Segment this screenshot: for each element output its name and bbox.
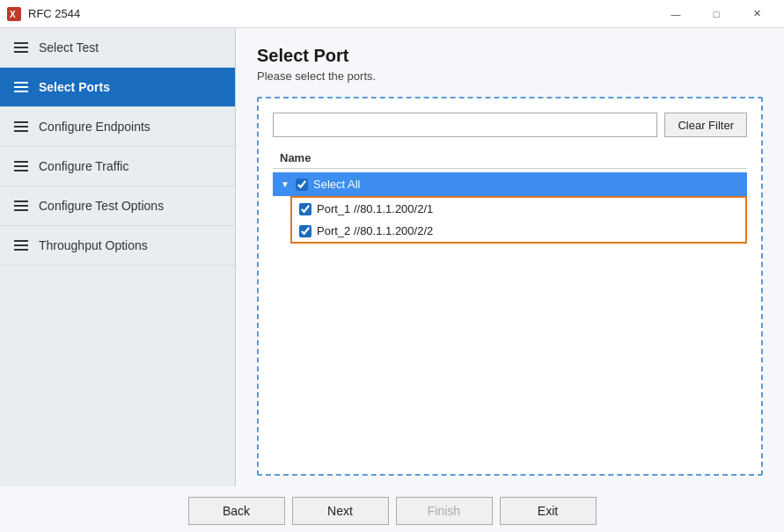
sidebar-item-label: Configure Test Options xyxy=(39,199,164,213)
port-label: Port_1 //80.1.1.200/2/1 xyxy=(317,202,433,215)
filter-row: Clear Filter xyxy=(273,113,747,137)
sidebar-item-configure-endpoints[interactable]: Configure Endpoints xyxy=(0,107,235,147)
sidebar-item-configure-traffic[interactable]: Configure Traffic xyxy=(0,147,235,186)
sidebar-item-select-test[interactable]: Select Test xyxy=(0,28,235,68)
page-subtitle: Please select the ports. xyxy=(257,69,763,83)
hamburger-icon xyxy=(14,82,28,92)
table-header: Name xyxy=(273,148,747,169)
hamburger-icon xyxy=(14,240,28,251)
sidebar-item-label: Select Test xyxy=(39,40,99,55)
sidebar-item-label: Select Ports xyxy=(39,80,110,94)
port-rows-container: Port_1 //80.1.1.200/2/1Port_2 //80.1.1.2… xyxy=(290,196,747,244)
port-panel: Clear Filter Name ▼ Select All Port_1 //… xyxy=(257,97,763,476)
close-button[interactable]: ✕ xyxy=(736,0,777,28)
main-content: Select Port Please select the ports. Cle… xyxy=(236,28,784,486)
title-bar: X RFC 2544 — □ ✕ xyxy=(0,0,784,28)
maximize-button[interactable]: □ xyxy=(696,0,736,28)
port-checkbox[interactable] xyxy=(299,225,311,237)
hamburger-icon xyxy=(14,161,28,171)
clear-filter-button[interactable]: Clear Filter xyxy=(664,113,747,137)
sidebar-item-configure-test-options[interactable]: Configure Test Options xyxy=(0,186,235,226)
svg-text:X: X xyxy=(10,10,16,19)
title-bar-left: X RFC 2544 xyxy=(7,7,80,21)
sidebar-item-select-ports[interactable]: Select Ports xyxy=(0,68,235,107)
bottom-bar: Back Next Finish Exit xyxy=(0,486,784,532)
back-button[interactable]: Back xyxy=(188,497,285,525)
sidebar-item-label: Configure Endpoints xyxy=(39,120,150,134)
expand-icon: ▼ xyxy=(280,179,290,190)
port-checkbox[interactable] xyxy=(299,203,311,215)
port-row[interactable]: Port_2 //80.1.1.200/2/2 xyxy=(292,220,745,242)
port-label: Port_2 //80.1.1.200/2/2 xyxy=(317,224,433,237)
hamburger-icon xyxy=(14,200,28,211)
app-title: RFC 2544 xyxy=(28,7,80,20)
sidebar: Select TestSelect PortsConfigure Endpoin… xyxy=(0,28,236,486)
select-all-label: Select All xyxy=(313,178,360,191)
filter-input[interactable] xyxy=(273,113,657,137)
sidebar-item-label: Configure Traffic xyxy=(39,159,128,173)
exit-button[interactable]: Exit xyxy=(500,497,597,525)
hamburger-icon xyxy=(14,121,28,132)
next-button[interactable]: Next xyxy=(292,497,389,525)
app-body: Select TestSelect PortsConfigure Endpoin… xyxy=(0,28,784,486)
sidebar-item-throughput-options[interactable]: Throughput Options xyxy=(0,226,235,266)
select-all-row[interactable]: ▼ Select All xyxy=(273,172,747,196)
select-all-checkbox[interactable] xyxy=(296,179,308,191)
page-title: Select Port xyxy=(257,46,763,66)
hamburger-icon xyxy=(14,42,28,53)
finish-button[interactable]: Finish xyxy=(396,497,493,525)
app-icon: X xyxy=(7,7,21,21)
window-controls: — □ ✕ xyxy=(656,0,777,28)
minimize-button[interactable]: — xyxy=(656,0,696,28)
port-row[interactable]: Port_1 //80.1.1.200/2/1 xyxy=(292,198,745,220)
sidebar-item-label: Throughput Options xyxy=(39,238,148,252)
